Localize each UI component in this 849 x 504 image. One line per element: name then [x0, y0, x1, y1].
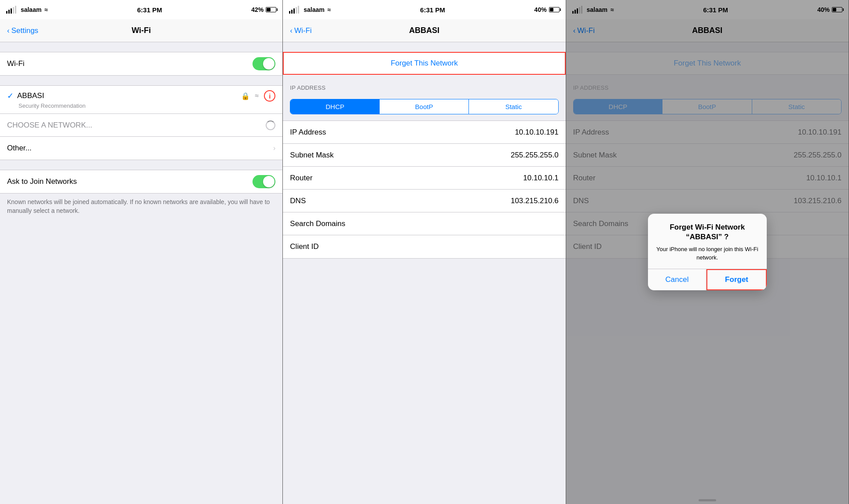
dialog-content: Forget Wi-Fi Network “ABBASI” ? Your iPh…: [648, 214, 767, 269]
dialog-buttons: Cancel Forget: [648, 269, 767, 290]
ask-join-description: Known networks will be joined automatica…: [0, 194, 282, 219]
spacer: [0, 42, 282, 52]
chevron-icon: ›: [273, 144, 275, 152]
choose-network-row: CHOOSE A NETWORK...: [0, 114, 282, 137]
segment-dhcp-2[interactable]: DHCP: [290, 99, 379, 114]
ask-join-row[interactable]: Ask to Join Networks: [0, 170, 282, 193]
panel-1-wifi-settings: salaam ≈ 6:31 PM 42% ‹ Settings Wi-Fi Wi…: [0, 0, 283, 504]
wifi-toggle-row[interactable]: Wi-Fi: [0, 52, 282, 75]
search-label-2: Search Domains: [290, 219, 558, 228]
abbasi-security-sub: Security Recommendation: [18, 102, 275, 109]
lock-icon: 🔒: [241, 92, 250, 100]
time-1: 6:31 PM: [137, 6, 162, 14]
status-right-1: 42%: [251, 6, 276, 13]
checkmark-icon: ✓: [7, 91, 14, 101]
sig-bar: [289, 11, 290, 14]
battery-fill-1: [267, 8, 270, 11]
router-label-2: Router: [290, 174, 523, 183]
ask-join-group: Ask to Join Networks: [0, 170, 282, 194]
page-title-1: Wi-Fi: [132, 26, 151, 35]
status-bar-2: salaam ≈ 6:31 PM 40%: [283, 0, 565, 19]
wifi-toggle-group: Wi-Fi: [0, 52, 282, 76]
back-chevron-1: ‹: [7, 26, 10, 35]
forget-label-2: Forget This Network: [391, 59, 458, 68]
abbasi-top: ✓ ABBASI 🔒 ≈ i: [7, 90, 275, 102]
spacer3: [0, 160, 282, 170]
choose-label: CHOOSE A NETWORK...: [7, 121, 266, 130]
abbasi-name: ABBASI: [17, 91, 241, 100]
panel-2-abbasi-detail: salaam ≈ 6:31 PM 40% ‹ Wi-Fi ABBASI Forg…: [283, 0, 566, 504]
dialog-overlay: Forget Wi-Fi Network “ABBASI” ? Your iPh…: [566, 0, 849, 504]
toggle-knob: [263, 58, 274, 69]
battery-icon-2: [549, 7, 560, 12]
detail-row-router-2: Router 10.10.10.1: [283, 167, 565, 190]
abbasi-icons: 🔒 ≈ i: [241, 90, 276, 102]
connected-network-group: ✓ ABBASI 🔒 ≈ i Security Recommendation C…: [0, 85, 282, 160]
sig-bar: [293, 8, 295, 14]
battery-pct-2: 40%: [534, 6, 547, 13]
panel-3-abbasi-dialog: salaam ≈ 6:31 PM 40% ‹ Wi-Fi ABBASI Forg…: [566, 0, 849, 504]
segment-bootp-2[interactable]: BootP: [380, 99, 469, 114]
detail-row-dns-2: DNS 103.215.210.6: [283, 190, 565, 212]
dns-value-2: 103.215.210.6: [511, 197, 559, 205]
other-row[interactable]: Other... ›: [0, 137, 282, 160]
back-label-1: Settings: [11, 26, 38, 35]
subnet-label-2: Subnet Mask: [290, 151, 511, 160]
back-button-1[interactable]: ‹ Settings: [7, 26, 38, 35]
spacer2: [0, 76, 282, 85]
sig-bar: [296, 7, 297, 14]
dialog-message: Your iPhone will no longer join this Wi-…: [655, 245, 760, 261]
ip-value-2: 10.10.10.191: [515, 128, 558, 137]
sig-bar: [298, 6, 299, 14]
info-button[interactable]: i: [264, 90, 275, 102]
ask-join-label: Ask to Join Networks: [7, 177, 253, 186]
battery-icon-1: [266, 7, 276, 12]
loading-spinner: [266, 121, 275, 130]
time-2: 6:31 PM: [420, 6, 445, 14]
wifi-label: Wi-Fi: [7, 59, 253, 68]
subnet-value-2: 255.255.255.0: [511, 151, 559, 160]
detail-row-subnet-2: Subnet Mask 255.255.255.0: [283, 144, 565, 167]
back-chevron-2: ‹: [290, 26, 293, 35]
signal-1: [6, 6, 16, 14]
forget-dialog: Forget Wi-Fi Network “ABBASI” ? Your iPh…: [648, 214, 767, 290]
status-right-2: 40%: [534, 6, 560, 13]
spacer4: [283, 42, 565, 52]
battery-fill-2: [550, 8, 553, 11]
page-title-2: ABBASI: [409, 26, 439, 35]
dialog-title: Forget Wi-Fi Network “ABBASI” ?: [655, 223, 760, 242]
sig-bar: [291, 10, 293, 14]
dns-label-2: DNS: [290, 197, 511, 205]
status-left-2: salaam ≈: [289, 6, 331, 14]
sig-bar: [6, 11, 7, 14]
wifi-toggle[interactable]: [253, 57, 275, 70]
ask-join-knob: [263, 176, 274, 187]
forget-row-2[interactable]: Forget This Network: [283, 52, 565, 75]
sig-bar: [11, 8, 12, 14]
segment-static-2[interactable]: Static: [469, 99, 558, 114]
ip-section-header-2: IP ADDRESS: [283, 75, 565, 93]
detail-row-search-2: Search Domains: [283, 212, 565, 235]
sig-bar: [8, 10, 10, 14]
ask-join-toggle[interactable]: [253, 175, 275, 188]
back-label-2: Wi-Fi: [294, 26, 312, 35]
forget-confirm-button[interactable]: Forget: [706, 269, 767, 290]
detail-row-ip-2: IP Address 10.10.10.191: [283, 121, 565, 144]
status-bar-1: salaam ≈ 6:31 PM 42%: [0, 0, 282, 19]
client-label-2: Client ID: [290, 242, 558, 251]
signal-2: [289, 6, 299, 14]
nav-bar-1: ‹ Settings Wi-Fi: [0, 19, 282, 42]
other-label: Other...: [7, 144, 273, 153]
nav-bar-2: ‹ Wi-Fi ABBASI: [283, 19, 565, 42]
back-button-2[interactable]: ‹ Wi-Fi: [290, 26, 311, 35]
battery-pct-1: 42%: [251, 6, 263, 13]
sig-bar: [15, 6, 16, 14]
carrier-1: salaam: [21, 6, 41, 13]
wifi-signal-icon: ≈: [255, 92, 259, 100]
ip-label-2: IP Address: [290, 128, 515, 137]
cancel-button[interactable]: Cancel: [648, 269, 707, 290]
segment-control-2: DHCP BootP Static: [290, 99, 558, 114]
forget-wrapper: Forget This Network: [283, 52, 565, 75]
status-left-1: salaam ≈: [6, 6, 48, 14]
abbasi-row[interactable]: ✓ ABBASI 🔒 ≈ i Security Recommendation: [0, 86, 282, 114]
